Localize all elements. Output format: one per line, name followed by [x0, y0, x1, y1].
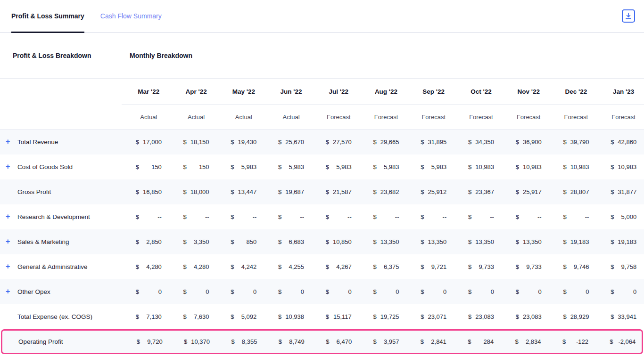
currency-symbol: $ — [515, 338, 519, 345]
currency-symbol: $ — [611, 138, 614, 146]
value-cell: $7,130 — [122, 313, 169, 320]
currency-symbol: $ — [373, 188, 376, 195]
value-cell: $-- — [216, 213, 264, 220]
value-cell: $21,587 — [312, 188, 359, 195]
row-label-cell: +Total Revenue — [0, 138, 122, 146]
value-cell: $9,721 — [406, 263, 454, 270]
row-label: Operating Profit — [18, 338, 63, 345]
expand-plus-icon[interactable]: + — [6, 163, 10, 170]
currency-symbol: $ — [468, 188, 471, 195]
value-cell: $0 — [502, 288, 549, 295]
cell-value: 18,000 — [190, 188, 209, 195]
cell-value: 0 — [443, 288, 446, 295]
currency-symbol: $ — [611, 188, 614, 195]
currency-symbol: $ — [136, 138, 139, 146]
value-cell: $0 — [312, 288, 359, 295]
cell-value: 6,683 — [289, 238, 304, 245]
currency-symbol: $ — [516, 138, 519, 146]
expand-plus-icon[interactable]: + — [6, 263, 10, 270]
value-cell: $5,092 — [216, 313, 264, 320]
value-cell: $2,834 — [501, 338, 548, 345]
currency-symbol: $ — [611, 313, 614, 320]
value-cell: $25,670 — [264, 138, 312, 146]
table-body: +Total Revenue$17,000$18,150$19,430$25,6… — [0, 130, 644, 354]
value-cell: $18,000 — [169, 188, 217, 195]
cell-value: 7,630 — [194, 313, 209, 320]
cell-value: 10,938 — [285, 313, 304, 320]
currency-symbol: $ — [516, 213, 519, 220]
section-header: Profit & Loss Breakdown Monthly Breakdow… — [0, 33, 644, 79]
cell-value: 10,850 — [333, 238, 352, 245]
currency-symbol: $ — [231, 238, 234, 245]
cell-value: 8,355 — [242, 338, 257, 345]
value-cell: $0 — [169, 288, 217, 295]
currency-symbol: $ — [278, 313, 281, 320]
value-cell: $2,850 — [122, 238, 169, 245]
currency-symbol: $ — [326, 263, 329, 270]
column-header-month: Sep '22 — [406, 88, 454, 95]
value-cell: $-- — [406, 213, 454, 220]
row-label: Other Opex — [17, 288, 50, 295]
column-type-label: Actual — [264, 114, 312, 121]
value-cell: $8,749 — [264, 338, 312, 345]
value-cell: $23,071 — [406, 313, 454, 320]
column-type-label: Actual — [216, 114, 264, 121]
cell-value: 18,150 — [190, 138, 209, 146]
table-row: +Sales & Marketing$2,850$3,350$850$6,683… — [0, 229, 644, 254]
column-type-label: Forecast — [549, 114, 597, 121]
currency-symbol: $ — [468, 338, 471, 345]
cell-value: 5,983 — [241, 163, 257, 170]
cell-value: 4,280 — [194, 263, 209, 270]
cell-value: 13,447 — [238, 188, 257, 195]
cell-value: 25,670 — [285, 138, 304, 146]
column-header-month: Jul '22 — [312, 88, 359, 95]
cell-value: 5,000 — [621, 213, 637, 220]
cell-value: 9,758 — [621, 263, 637, 270]
column-type-row: ActualActualActualActualForecastForecast… — [0, 105, 644, 130]
cell-value: -- — [585, 213, 589, 220]
value-cell: $17,000 — [122, 138, 169, 146]
value-cell: $0 — [596, 288, 644, 295]
currency-symbol: $ — [136, 238, 139, 245]
cell-value: 10,370 — [191, 338, 210, 345]
value-cell: $4,255 — [264, 263, 312, 270]
cell-value: 0 — [253, 288, 256, 295]
currency-symbol: $ — [326, 288, 329, 295]
download-button[interactable] — [622, 9, 635, 23]
table-row: +General & Administrative$4,280$4,280$4,… — [0, 254, 644, 279]
row-label-cell: Total Expense (ex. COGS) — [0, 313, 122, 320]
value-cell: $-122 — [548, 338, 595, 345]
currency-symbol: $ — [563, 238, 566, 245]
currency-symbol: $ — [421, 338, 424, 345]
cell-value: 6,470 — [337, 338, 352, 345]
cell-value: 850 — [247, 238, 257, 245]
expand-plus-icon[interactable]: + — [6, 138, 10, 146]
cell-value: 31,877 — [618, 188, 636, 195]
currency-symbol: $ — [183, 163, 187, 170]
expand-plus-icon[interactable]: + — [6, 238, 10, 245]
cell-value: 42,860 — [618, 138, 636, 146]
value-cell: $-- — [312, 213, 359, 220]
value-cell: $23,682 — [359, 188, 407, 195]
cell-value: 4,280 — [146, 263, 162, 270]
currency-symbol: $ — [611, 213, 614, 220]
tab-profit-loss-summary[interactable]: Profit & Loss Summary — [11, 0, 84, 32]
currency-symbol: $ — [183, 188, 187, 195]
cell-value: 5,983 — [289, 163, 304, 170]
currency-symbol: $ — [278, 288, 281, 295]
expand-plus-icon[interactable]: + — [6, 288, 10, 295]
currency-symbol: $ — [183, 213, 187, 220]
cell-value: 9,733 — [526, 263, 542, 270]
tab-cash-flow-summary[interactable]: Cash Flow Summary — [100, 0, 162, 32]
cell-value: 2,834 — [526, 338, 541, 345]
currency-symbol: $ — [563, 213, 566, 220]
currency-symbol: $ — [278, 263, 281, 270]
expand-plus-icon[interactable]: + — [6, 213, 10, 220]
cell-value: 15,117 — [333, 313, 352, 320]
currency-symbol: $ — [278, 188, 281, 195]
row-label: Total Expense (ex. COGS) — [17, 313, 92, 320]
tab-bar: Profit & Loss Summary Cash Flow Summary — [0, 0, 644, 33]
cell-value: 25,917 — [523, 188, 542, 195]
currency-symbol: $ — [421, 188, 424, 195]
cell-value: 28,929 — [570, 313, 589, 320]
